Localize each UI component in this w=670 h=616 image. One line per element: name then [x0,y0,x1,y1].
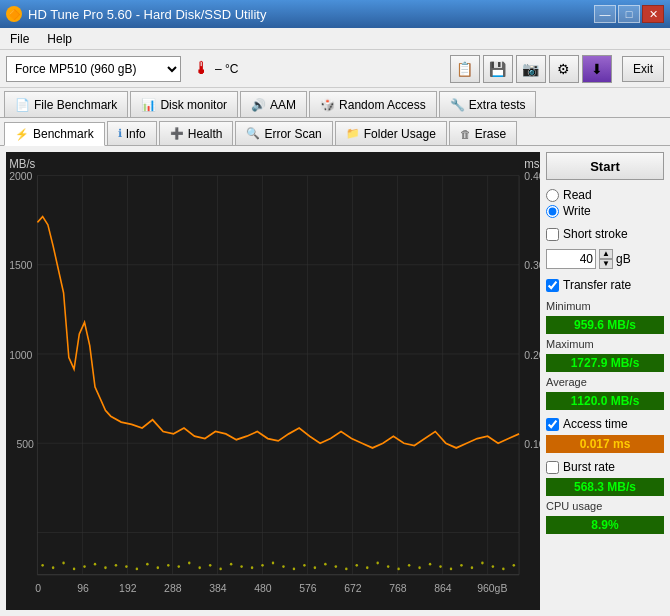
tab-random-access-label: Random Access [339,98,426,112]
toolbar: Force MP510 (960 gB) 🌡 – °C 📋 💾 📷 ⚙ ⬇ Ex… [0,50,670,88]
tab-file-benchmark[interactable]: 📄 File Benchmark [4,91,128,117]
health-icon: ➕ [170,127,184,140]
tab-aam[interactable]: 🔊 AAM [240,91,307,117]
svg-text:576: 576 [299,582,316,595]
tab-info-label: Info [126,127,146,141]
svg-point-40 [157,566,160,569]
spin-buttons: ▲ ▼ [599,249,613,269]
start-button[interactable]: Start [546,152,664,180]
maximum-label: Maximum [546,338,664,350]
tab-health[interactable]: ➕ Health [159,121,234,145]
aam-icon: 🔊 [251,98,266,112]
svg-point-65 [418,566,421,569]
short-stroke-checkbox[interactable] [546,228,559,241]
tab-benchmark[interactable]: ⚡ Benchmark [4,122,105,146]
svg-text:500: 500 [16,437,33,450]
svg-text:2000: 2000 [9,170,32,183]
erase-icon: 🗑 [460,128,471,140]
svg-point-29 [41,564,44,567]
minimize-button[interactable]: — [594,5,616,23]
maximize-button[interactable]: □ [618,5,640,23]
svg-point-42 [178,565,181,568]
tab-extra-tests[interactable]: 🔧 Extra tests [439,91,537,117]
exit-button[interactable]: Exit [622,56,664,82]
tab-error-scan-label: Error Scan [264,127,321,141]
svg-rect-0 [6,152,540,610]
burst-rate-checkbox-label[interactable]: Burst rate [546,460,664,474]
error-scan-icon: 🔍 [246,127,260,140]
cpu-usage-value: 8.9% [546,516,664,534]
tab-folder-usage[interactable]: 📁 Folder Usage [335,121,447,145]
transfer-rate-checkbox[interactable] [546,279,559,292]
svg-point-31 [62,562,65,565]
tab-random-access[interactable]: 🎲 Random Access [309,91,437,117]
svg-text:960gB: 960gB [477,582,507,595]
short-stroke-label[interactable]: Short stroke [546,227,664,241]
svg-point-62 [387,565,390,568]
temperature-display: 🌡 – °C [193,58,238,79]
menu-help[interactable]: Help [43,31,76,47]
tab-aam-label: AAM [270,98,296,112]
svg-point-72 [492,565,495,568]
svg-point-52 [282,565,285,568]
svg-point-43 [188,562,191,565]
transfer-rate-checkbox-label[interactable]: Transfer rate [546,278,664,292]
svg-point-46 [219,567,222,570]
svg-text:480: 480 [254,582,271,595]
svg-text:192: 192 [119,582,136,595]
svg-point-67 [439,565,442,568]
svg-point-73 [502,567,505,570]
spin-input-gb[interactable] [546,249,596,269]
svg-text:0: 0 [35,582,41,595]
tab-disk-monitor[interactable]: 📊 Disk monitor [130,91,238,117]
file-benchmark-icon: 📄 [15,98,30,112]
svg-point-63 [397,567,400,570]
tab-benchmark-label: Benchmark [33,127,94,141]
disk-select[interactable]: Force MP510 (960 gB) [6,56,181,82]
svg-text:0.40: 0.40 [524,170,540,183]
svg-point-47 [230,563,233,566]
toolbar-icon-4[interactable]: ⚙ [549,55,579,83]
svg-point-48 [240,565,243,568]
svg-point-54 [303,564,306,567]
average-value: 1120.0 MB/s [546,392,664,410]
access-time-checkbox-label[interactable]: Access time [546,417,664,431]
window-title: HD Tune Pro 5.60 - Hard Disk/SSD Utility [28,7,266,22]
svg-text:672: 672 [344,582,361,595]
benchmark-chart: MB/s 2000 1500 1000 500 ms 0.40 0.30 0.2… [6,152,540,610]
tab-erase[interactable]: 🗑 Erase [449,121,517,145]
tab-info[interactable]: ℹ Info [107,121,157,145]
svg-point-69 [460,564,463,567]
menu-bar: File Help [0,28,670,50]
tab-error-scan[interactable]: 🔍 Error Scan [235,121,332,145]
svg-point-35 [104,566,107,569]
spin-down-button[interactable]: ▼ [599,259,613,269]
menu-file[interactable]: File [6,31,33,47]
read-radio-label[interactable]: Read [546,188,664,202]
burst-rate-checkbox[interactable] [546,461,559,474]
window-controls: — □ ✕ [594,5,664,23]
toolbar-icon-3[interactable]: 📷 [516,55,546,83]
svg-point-59 [356,564,359,567]
svg-text:864: 864 [434,582,451,595]
write-radio-label[interactable]: Write [546,204,664,218]
svg-text:1000: 1000 [9,348,32,361]
write-radio[interactable] [546,205,559,218]
access-time-value: 0.017 ms [546,435,664,453]
svg-point-37 [125,565,128,568]
close-button[interactable]: ✕ [642,5,664,23]
access-time-checkbox[interactable] [546,418,559,431]
spin-up-button[interactable]: ▲ [599,249,613,259]
read-radio[interactable] [546,189,559,202]
spin-unit: gB [616,252,631,266]
svg-point-36 [115,564,118,567]
toolbar-icon-download[interactable]: ⬇ [582,55,612,83]
toolbar-icon-1[interactable]: 📋 [450,55,480,83]
stats-section: Minimum 959.6 MB/s Maximum 1727.9 MB/s A… [546,300,664,534]
svg-text:96: 96 [77,582,89,595]
disk-monitor-icon: 📊 [141,98,156,112]
tab-disk-monitor-label: Disk monitor [160,98,227,112]
toolbar-icon-2[interactable]: 💾 [483,55,513,83]
svg-point-32 [73,567,76,570]
maximum-value: 1727.9 MB/s [546,354,664,372]
